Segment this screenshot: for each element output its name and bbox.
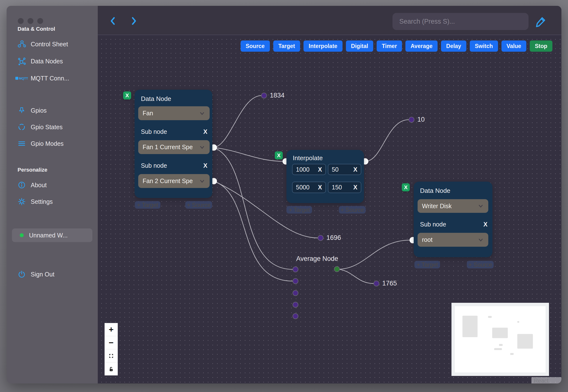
sidebar-item-label: MQTT Conn... — [31, 75, 69, 82]
sidebar-item-label: Gpio Modes — [31, 140, 64, 147]
lock-toggle-button[interactable] — [105, 363, 118, 376]
node-title: Interpolate — [293, 154, 323, 162]
remove-sub-node-button[interactable]: X — [203, 128, 208, 135]
minimap-node-average — [494, 348, 502, 350]
minimap[interactable] — [451, 303, 549, 376]
edit-pencil-icon[interactable] — [534, 16, 547, 28]
sidebar-section-data-control: Data & Control — [17, 26, 55, 32]
minimap-node-10 — [517, 321, 519, 323]
sidebar-item-label: Sign Out — [31, 271, 54, 278]
palette-button-source[interactable]: Source — [241, 41, 270, 52]
palette-button-target[interactable]: Target — [273, 41, 300, 52]
window-controls — [18, 18, 43, 24]
zoom-out-button[interactable]: − — [105, 336, 118, 349]
sidebar-item-mqtt[interactable]: MQTT MQTT Conn... — [17, 74, 69, 82]
sub-node-select-2[interactable]: Fan 2 Current Spe — [138, 174, 210, 188]
minimap-node-writer — [517, 334, 533, 349]
minimap-node-interpolate — [492, 328, 508, 338]
sub-node-label: Sub node — [420, 221, 446, 228]
unlock-icon — [108, 366, 114, 372]
add-target-button[interactable]: + Target — [135, 201, 160, 209]
add-target-button[interactable]: + Target — [415, 261, 440, 268]
sidebar-item-label: Gpio States — [31, 124, 63, 131]
palette-button-stop[interactable]: Stop — [530, 41, 552, 52]
sub-node-label: Sub node — [141, 162, 167, 169]
palette-button-digital[interactable]: Digital — [346, 41, 373, 52]
edge-value-label: 1765 — [382, 280, 397, 287]
node-title: Data Node — [420, 187, 450, 195]
add-source-button[interactable]: + Source — [339, 206, 366, 213]
window-maximize-button[interactable] — [37, 18, 43, 24]
sidebar-item-gpio-modes[interactable]: Gpio Modes — [17, 140, 64, 148]
info-icon — [17, 181, 26, 189]
palette-button-switch[interactable]: Switch — [470, 41, 498, 52]
dashed-circle-icon — [17, 123, 26, 131]
delete-node-button[interactable]: X — [402, 183, 410, 191]
sidebar-item-gpios[interactable]: Gpios — [17, 106, 47, 114]
canvas-controls: + − — [105, 323, 118, 376]
palette-button-average[interactable]: Average — [405, 41, 438, 52]
sidebar-item-sign-out[interactable]: Sign Out — [17, 270, 54, 278]
edge-value-label: 1834 — [270, 92, 284, 99]
minimap-node-1765 — [510, 353, 514, 355]
sub-node-select[interactable]: root — [418, 233, 488, 247]
remove-sub-node-button[interactable]: X — [203, 162, 208, 169]
sub-node-select-1[interactable]: Fan 1 Current Spe — [138, 140, 210, 154]
interpolate-node[interactable]: Interpolate 1000 X 50 X 5000 X 150 X — [286, 150, 364, 203]
clear-value-button[interactable]: X — [353, 166, 357, 173]
workspace-label: Unnamed W... — [29, 232, 68, 239]
sub-node-label: Sub node — [141, 128, 167, 135]
flow-canvas[interactable]: Source Target Interpolate Digital Timer … — [98, 6, 561, 383]
add-source-button[interactable]: + Source — [185, 201, 212, 209]
delete-node-button[interactable]: X — [123, 91, 131, 99]
fit-view-button[interactable] — [105, 349, 118, 363]
graph-nodes-icon — [17, 57, 26, 65]
palette-button-timer[interactable]: Timer — [377, 41, 402, 52]
edge-value-label: 1696 — [326, 234, 341, 242]
edge-value-label: 10 — [417, 116, 425, 123]
device-select[interactable]: Fan — [138, 106, 210, 120]
clear-value-button[interactable]: X — [318, 184, 322, 191]
chevron-down-icon — [478, 237, 484, 243]
clear-value-button[interactable]: X — [353, 184, 357, 191]
mqtt-logo-icon: MQTT — [17, 74, 26, 82]
interpolate-input-y1[interactable]: 50 X — [328, 164, 361, 175]
palette-button-interpolate[interactable]: Interpolate — [304, 41, 343, 52]
chevron-down-icon — [199, 144, 205, 150]
forward-button[interactable] — [128, 16, 139, 26]
sidebar-section-personalize: Personalize — [17, 167, 47, 173]
interpolate-input-x1[interactable]: 1000 X — [292, 164, 326, 175]
add-target-button[interactable]: + Target — [286, 206, 312, 213]
sidebar: Data & Control Control Sheet Data Nodes — [7, 6, 98, 383]
sidebar-item-gpio-states[interactable]: Gpio States — [17, 123, 63, 131]
window-minimize-button[interactable] — [28, 18, 33, 24]
sidebar-item-label: Settings — [31, 198, 53, 205]
interpolate-input-x2[interactable]: 5000 X — [292, 182, 326, 193]
sidebar-item-control-sheet[interactable]: Control Sheet — [17, 40, 68, 48]
data-node-fan[interactable]: Data Node Fan Sub node X Fan 1 Current S… — [135, 90, 212, 198]
sidebar-item-label: Control Sheet — [31, 41, 68, 48]
zoom-in-button[interactable]: + — [105, 323, 118, 336]
add-source-button[interactable]: + Source — [467, 261, 494, 268]
search-input[interactable] — [392, 13, 528, 30]
palette-button-value[interactable]: Value — [501, 41, 526, 52]
sidebar-item-active-workspace[interactable]: Unnamed W... — [12, 228, 92, 242]
react-flow-attribution: React Flow — [531, 377, 561, 383]
sidebar-item-label: Gpios — [31, 107, 47, 114]
minimap-node-fan — [462, 316, 478, 337]
chevron-down-icon — [199, 110, 205, 116]
device-select[interactable]: Writer Disk — [418, 199, 488, 213]
remove-sub-node-button[interactable]: X — [484, 221, 487, 228]
sidebar-item-about[interactable]: About — [17, 181, 47, 189]
back-button[interactable] — [108, 16, 118, 26]
data-node-writer[interactable]: Data Node Writer Disk Sub node X root — [414, 182, 492, 257]
fit-view-icon — [108, 353, 114, 359]
interpolate-input-y2[interactable]: 150 X — [328, 182, 361, 193]
delete-node-button[interactable]: X — [275, 151, 283, 159]
sidebar-item-settings[interactable]: Settings — [17, 197, 53, 206]
clear-value-button[interactable]: X — [318, 166, 322, 173]
palette-button-delay[interactable]: Delay — [441, 41, 466, 52]
sidebar-item-data-nodes[interactable]: Data Nodes — [17, 57, 63, 65]
minimap-node-1834 — [488, 316, 492, 318]
window-close-button[interactable] — [18, 18, 24, 24]
